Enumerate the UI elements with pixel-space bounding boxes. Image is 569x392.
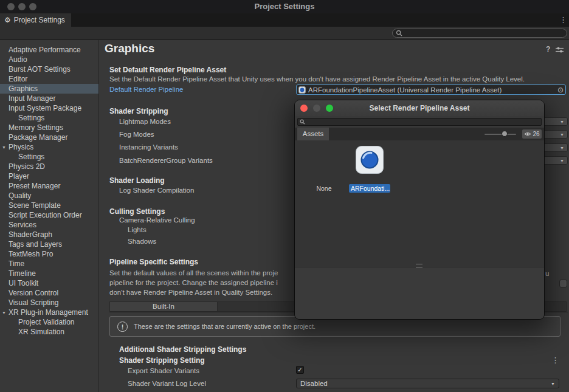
gear-icon: ⚙: [4, 16, 11, 24]
sidebar-item-textmesh-pro[interactable]: TextMesh Pro: [0, 249, 98, 259]
help-icon[interactable]: ?: [546, 45, 550, 53]
sidebar-item-physics-settings[interactable]: Settings: [0, 152, 98, 162]
export-shader-variants-checkbox[interactable]: ✓: [296, 366, 304, 374]
settings-search-input[interactable]: [405, 29, 564, 38]
visible-count-toggle[interactable]: 26: [522, 129, 542, 139]
search-icon: [300, 119, 305, 125]
sidebar-item-label: Physics: [9, 143, 33, 151]
sidebar-item-xr-simulation[interactable]: XR Simulation: [0, 327, 98, 337]
sidebar-item-burst-aot-settings[interactable]: Burst AOT Settings: [0, 64, 98, 74]
sidebar-item-graphics[interactable]: Graphics: [0, 84, 98, 94]
picker-search-input[interactable]: [307, 118, 539, 126]
section-title-pipeline-specific: Pipeline Specific Settings: [109, 258, 198, 266]
section-title-additional-shader-stripping: Additional Shader Stripping Settings: [119, 345, 246, 354]
none-asset-icon: [309, 145, 339, 174]
page-title: Graphics: [105, 42, 154, 55]
lightmap-modes-label: Lightmap Modes: [119, 118, 171, 125]
sidebar-item-input-manager[interactable]: Input Manager: [0, 94, 98, 103]
sidebar-item-xr-plugin-management[interactable]: ▼ XR Plug-in Management: [0, 308, 98, 317]
asset-details-panel: ARFoundationPipelineAsset Universal Rend…: [295, 267, 544, 320]
asset-grid: None ARFoundati...: [295, 140, 544, 267]
shader-stripping-setting-subtitle: Shader Stripping Setting: [119, 356, 205, 365]
export-shader-variants-label: Export Shader Variants: [128, 367, 199, 374]
settings-toolbar: [0, 27, 569, 40]
sidebar-item-package-manager[interactable]: Package Manager: [0, 132, 98, 142]
foldout-caret-icon[interactable]: ▼: [2, 143, 6, 152]
sidebar-item-audio[interactable]: Audio: [0, 55, 98, 64]
sidebar-item-ui-toolkit[interactable]: UI Toolkit: [0, 278, 98, 288]
tab-label: Project Settings: [14, 16, 65, 24]
check-icon: ✓: [297, 366, 302, 373]
picker-filter-row: Assets 26: [295, 128, 544, 141]
eye-icon: [524, 131, 531, 137]
sidebar-item-version-control[interactable]: Version Control: [0, 288, 98, 298]
asset-label: None: [303, 184, 345, 193]
sidebar-item-tags-and-layers[interactable]: Tags and Layers: [0, 239, 98, 249]
kebab-menu-icon[interactable]: ⋮: [551, 356, 559, 365]
sidebar-item-input-system-package[interactable]: Input System Package: [0, 103, 98, 113]
sidebar-item-adaptive-performance[interactable]: Adaptive Performance: [0, 45, 98, 55]
culling-shadows-label: Shadows: [128, 238, 156, 245]
tab-built-in[interactable]: Built-In: [109, 301, 218, 312]
sidebar-item-timeline[interactable]: Timeline: [0, 269, 98, 278]
sidebar-item-shadergraph[interactable]: ShaderGraph: [0, 230, 98, 239]
asset-label-selected: ARFoundati...: [349, 184, 390, 193]
pipeline-specific-description-line1: Set the default values of all the scenes…: [109, 269, 278, 277]
sidebar-item-editor[interactable]: Editor: [0, 74, 98, 84]
default-render-pipeline-label: Default Render Pipeline: [109, 86, 183, 93]
chevron-down-icon: ▼: [560, 120, 564, 124]
sidebar-item-quality[interactable]: Quality: [0, 191, 98, 201]
picker-titlebar: Select Render Pipeline Asset: [295, 100, 544, 117]
details-resize-handle[interactable]: [416, 264, 422, 267]
section-title-shader-loading: Shader Loading: [109, 176, 165, 185]
urp-asset-mini-icon: [298, 86, 306, 94]
sidebar-item-physics-2d[interactable]: Physics 2D: [0, 162, 98, 171]
dropdown-value: Disabled: [300, 380, 328, 387]
icon-size-slider-thumb[interactable]: [502, 131, 508, 137]
sidebar-item-preset-manager[interactable]: Preset Manager: [0, 181, 98, 191]
tab-options-kebab-icon[interactable]: ⋮: [559, 15, 567, 24]
default-pipeline-description: Set the Default Render Pipeline Asset th…: [109, 75, 525, 83]
picker-title: Select Render Pipeline Asset: [295, 100, 544, 116]
shader-variant-log-level-dropdown[interactable]: Disabled ▼: [296, 379, 559, 388]
sidebar-item-input-system-package-settings[interactable]: Settings: [0, 113, 98, 123]
settings-search-field[interactable]: [392, 29, 567, 38]
sidebar-item-time[interactable]: Time: [0, 259, 98, 269]
object-picker-icon[interactable]: ⊙: [557, 86, 564, 94]
camera-relative-culling-label: Camera-Relative Culling: [119, 216, 195, 224]
sidebar-item-physics[interactable]: ▼ Physics: [0, 142, 98, 152]
sidebar-item-label: XR Plug-in Management: [9, 308, 88, 317]
sidebar-item-script-execution-order[interactable]: Script Execution Order: [0, 210, 98, 220]
window-title: Project Settings: [0, 0, 569, 13]
chevron-down-icon: ▼: [560, 159, 564, 163]
window-titlebar: Project Settings: [0, 0, 569, 13]
culling-lights-label: Lights: [128, 226, 147, 233]
sidebar-item-project-validation[interactable]: Project Validation: [0, 317, 98, 327]
infobox-message: These are the settings that are currentl…: [134, 323, 316, 330]
sidebar-item-services[interactable]: Services: [0, 220, 98, 230]
asset-item-arfoundation-pipeline[interactable]: ARFoundati...: [349, 145, 390, 194]
chevron-down-icon: ▼: [560, 132, 564, 137]
chevron-down-icon: ▼: [560, 146, 564, 150]
instancing-variants-label: Instancing Variants: [119, 143, 178, 151]
chevron-down-icon: ▼: [551, 382, 555, 386]
icon-size-slider-track: [485, 134, 516, 135]
search-icon: [396, 30, 402, 36]
sidebar-item-scene-template[interactable]: Scene Template: [0, 201, 98, 210]
section-title-default-pipeline: Set Default Render Pipeline Asset: [109, 66, 226, 74]
settings-sidebar: Adaptive Performance Audio Burst AOT Set…: [0, 40, 99, 392]
sidebar-item-memory-settings[interactable]: Memory Settings: [0, 123, 98, 132]
asset-item-none[interactable]: None: [303, 145, 345, 193]
visible-count: 26: [533, 131, 539, 137]
tab-project-settings[interactable]: ⚙ Project Settings: [0, 13, 71, 27]
sidebar-item-player[interactable]: Player: [0, 171, 98, 181]
default-render-pipeline-object-field[interactable]: ARFoundationPipelineAsset (Universal Ren…: [296, 84, 566, 95]
preset-sliders-icon[interactable]: [556, 46, 564, 55]
section-title-shader-stripping: Shader Stripping: [109, 107, 168, 115]
picker-search-field[interactable]: [297, 118, 542, 126]
log-shader-compilation-label: Log Shader Compilation: [119, 187, 194, 194]
section-title-culling-settings: Culling Settings: [109, 207, 165, 216]
tab-assets[interactable]: Assets: [297, 128, 329, 140]
sidebar-item-visual-scripting[interactable]: Visual Scripting: [0, 298, 98, 308]
foldout-caret-icon[interactable]: ▼: [2, 308, 6, 317]
